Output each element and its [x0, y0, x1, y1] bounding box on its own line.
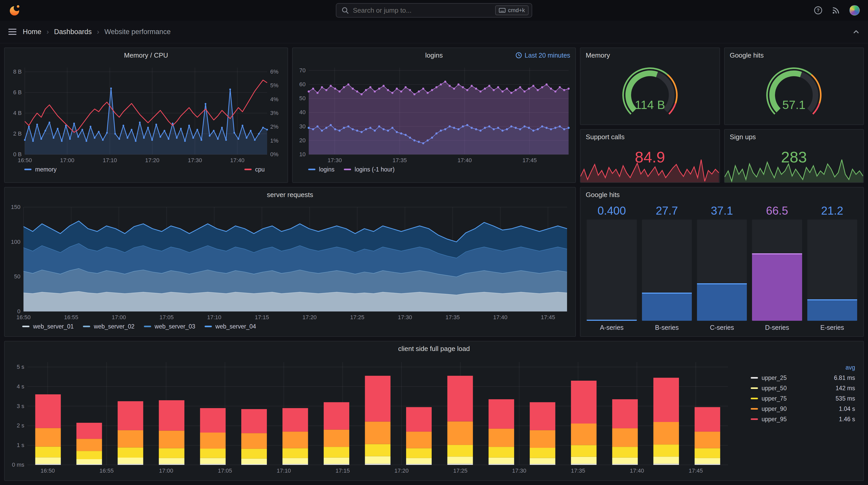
legend-item-logins-1h[interactable]: logins (-1 hour) — [344, 166, 395, 173]
svg-text:6%: 6% — [270, 68, 278, 75]
svg-text:60: 60 — [300, 81, 306, 88]
dashboard-row-1: Memory / CPU 0 B2 B4 B6 B8 B16:5017:0017… — [4, 47, 864, 183]
grafana-logo[interactable] — [8, 4, 21, 17]
legend-item-web-server-01[interactable]: web_server_01 — [22, 323, 74, 330]
svg-text:70: 70 — [300, 67, 306, 74]
svg-text:2%: 2% — [270, 124, 278, 130]
panel-support-calls: Support calls 84.9 — [580, 129, 720, 183]
user-avatar[interactable] — [849, 5, 860, 15]
bar-gauge-c-series: 37.1 C-series — [697, 203, 747, 332]
legend-color-logins-1h — [344, 169, 351, 170]
panel-title: logins — [425, 52, 443, 59]
memory-cpu-chart[interactable]: 0 B2 B4 B6 B8 B16:5017:0017:1017:2017:30… — [5, 63, 287, 165]
panel-title: Memory / CPU — [124, 52, 168, 59]
legend-item-cpu[interactable]: cpu — [244, 166, 265, 173]
bar-gauge-fill — [752, 253, 802, 321]
legend-label: upper_90 — [762, 406, 786, 413]
legend-label: web_server_03 — [155, 323, 195, 330]
legend-item-upper-75[interactable]: upper_75 535 ms — [751, 393, 855, 403]
menu-toggle-button[interactable] — [8, 28, 17, 35]
svg-text:150: 150 — [11, 204, 21, 210]
legend-item-logins[interactable]: logins — [308, 166, 335, 173]
svg-text:17:00: 17:00 — [112, 314, 126, 321]
svg-text:10: 10 — [300, 151, 306, 158]
svg-text:17:35: 17:35 — [571, 467, 585, 474]
svg-text:17:10: 17:10 — [103, 157, 117, 163]
breadcrumb-separator: › — [97, 28, 99, 36]
bar-gauge-e-series: 21.2 E-series — [807, 203, 857, 332]
svg-text:17:10: 17:10 — [207, 314, 221, 321]
server-requests-legend: web_server_01 web_server_02 web_server_0… — [5, 322, 575, 334]
svg-text:17:30: 17:30 — [398, 314, 412, 321]
panel-google-hits-bars-header[interactable]: Google hits — [581, 188, 863, 202]
collapse-bar-button[interactable] — [852, 28, 860, 35]
breadcrumb: Home › Dashboards › Website performance — [23, 28, 170, 36]
bar-gauge-track — [587, 220, 637, 321]
svg-text:16:50: 16:50 — [40, 467, 55, 474]
panel-memory-gauge-header[interactable]: Memory — [581, 48, 719, 63]
legend-label: logins — [319, 166, 335, 173]
panel-memory-cpu: Memory / CPU 0 B2 B4 B6 B8 B16:5017:0017… — [4, 47, 288, 183]
legend-color-web-server-01 — [22, 326, 29, 327]
legend-label: upper_75 — [762, 395, 786, 402]
legend-item-upper-50[interactable]: upper_50 142 ms — [751, 383, 855, 393]
legend-item-upper-90[interactable]: upper_90 1.04 s — [751, 403, 855, 414]
logins-chart[interactable]: 1020304050607017:3017:3517:4017:45 — [293, 63, 575, 165]
svg-text:100: 100 — [11, 238, 21, 245]
svg-text:17:30: 17:30 — [188, 157, 202, 163]
breadcrumb-home[interactable]: Home — [23, 28, 41, 36]
bar-gauge-d-series: 66.5 D-series — [752, 203, 802, 332]
svg-text:17:35: 17:35 — [393, 157, 407, 163]
svg-text:17:40: 17:40 — [630, 467, 644, 474]
svg-text:17:10: 17:10 — [277, 467, 291, 474]
legend-label: upper_95 — [762, 416, 786, 423]
legend-color-logins — [308, 169, 315, 170]
legend-color-upper-25 — [751, 377, 758, 379]
legend-item-web-server-03[interactable]: web_server_03 — [144, 323, 195, 330]
panel-server-requests-header[interactable]: server requests — [5, 188, 575, 202]
hamburger-icon — [8, 28, 17, 35]
legend-item-upper-25[interactable]: upper_25 6.81 ms — [751, 373, 855, 383]
server-requests-chart[interactable]: 05010015016:5016:5517:0017:0517:1017:151… — [6, 202, 574, 322]
svg-text:50: 50 — [14, 273, 20, 280]
panel-logins-header[interactable]: logins Last 20 minutes — [293, 48, 576, 63]
panel-time-override[interactable]: Last 20 minutes — [516, 48, 570, 63]
panel-memory-cpu-header[interactable]: Memory / CPU — [5, 48, 287, 63]
panel-server-requests: server requests 05010015016:5016:5517:00… — [4, 187, 576, 337]
svg-text:0 ms: 0 ms — [12, 461, 24, 468]
legend-value: 142 ms — [836, 385, 855, 392]
legend-color-web-server-03 — [144, 326, 151, 327]
news-button[interactable] — [832, 6, 840, 14]
svg-text:16:55: 16:55 — [99, 467, 114, 474]
legend-item-memory[interactable]: memory — [24, 166, 57, 173]
svg-text:16:50: 16:50 — [16, 314, 30, 321]
panel-page-load-header[interactable]: client side full page load — [5, 342, 863, 356]
svg-text:40: 40 — [300, 109, 306, 116]
svg-text:20: 20 — [300, 137, 306, 143]
panel-logins: logins Last 20 minutes 1020304050607017:… — [292, 47, 576, 183]
panel-sign-ups-header[interactable]: Sign ups — [724, 130, 863, 144]
search-box[interactable]: cmd+k — [336, 3, 532, 18]
legend-color-upper-50 — [751, 387, 758, 389]
bar-gauge-fill — [642, 293, 692, 321]
legend-color-upper-75 — [751, 398, 758, 399]
page-load-chart[interactable]: 0 ms1 s2 s3 s4 s5 s16:5016:5517:0017:051… — [5, 356, 732, 476]
svg-text:17:30: 17:30 — [328, 157, 342, 163]
legend-item-web-server-02[interactable]: web_server_02 — [83, 323, 134, 330]
bar-gauge-track — [697, 220, 747, 321]
bar-gauge-fill — [697, 283, 747, 321]
panel-support-calls-header[interactable]: Support calls — [581, 130, 719, 144]
search-input[interactable] — [353, 6, 491, 14]
panel-google-hits-gauge-header[interactable]: Google hits — [724, 48, 863, 63]
breadcrumb-dashboards[interactable]: Dashboards — [54, 28, 92, 36]
legend-label: memory — [35, 166, 57, 173]
legend-avg-header[interactable]: avg — [751, 364, 855, 371]
svg-text:3%: 3% — [270, 110, 278, 116]
help-button[interactable]: ? — [814, 6, 823, 15]
memory-cpu-legend: memory cpu — [5, 165, 287, 177]
bar-gauge-category: A-series — [587, 321, 637, 332]
clock-icon — [516, 52, 522, 59]
legend-item-web-server-04[interactable]: web_server_04 — [205, 323, 256, 330]
legend-value: 1.04 s — [839, 406, 855, 413]
legend-item-upper-95[interactable]: upper_95 1.46 s — [751, 414, 855, 424]
